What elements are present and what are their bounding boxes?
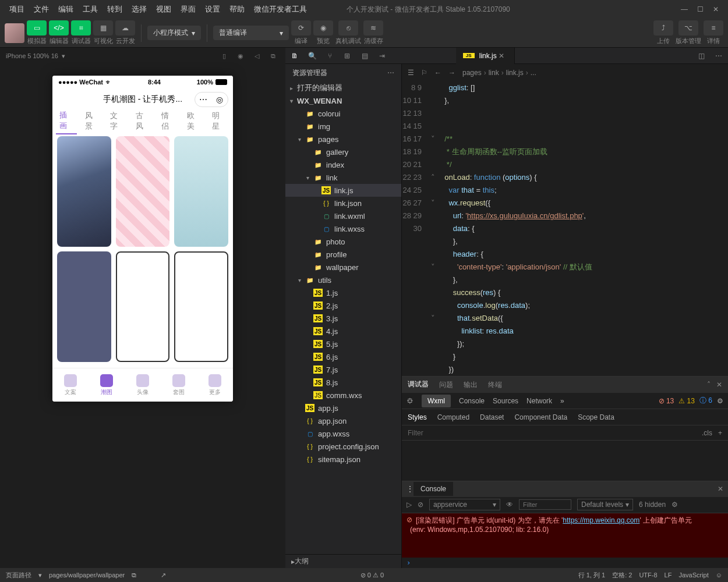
phone-tab[interactable]: 情侣 xyxy=(158,108,179,134)
wallpaper-card[interactable] xyxy=(116,136,170,247)
more-tabs-icon[interactable]: » xyxy=(560,397,564,405)
close-icon[interactable]: ✕ xyxy=(713,5,719,13)
warn-count[interactable]: ⚠ 13 xyxy=(678,397,695,405)
forward-icon[interactable]: → xyxy=(448,69,455,77)
scope-dropdown[interactable]: appservice▾ xyxy=(429,499,500,510)
preview-button[interactable]: ◉ xyxy=(313,20,333,36)
simulator-button[interactable]: ▭ xyxy=(27,20,47,36)
compile-button[interactable]: ⟳ xyxy=(291,20,311,36)
console-menu-icon[interactable]: ⋮ xyxy=(407,485,414,493)
eye-icon[interactable]: 👁 xyxy=(506,501,513,509)
sources-tab[interactable]: Sources xyxy=(493,397,518,405)
filter-input[interactable]: Filter xyxy=(408,429,423,437)
copy-icon[interactable]: ⧉ xyxy=(132,572,136,579)
details-button[interactable]: ≡ xyxy=(704,20,723,36)
db-icon[interactable]: ▤ xyxy=(359,52,370,60)
file-node[interactable]: ▢link.wxml xyxy=(285,210,401,222)
more-icon[interactable]: ⋯ xyxy=(713,52,725,60)
menu-item[interactable]: 视图 xyxy=(151,2,176,17)
file-node[interactable]: ▢link.wxss xyxy=(285,222,401,235)
project-root[interactable]: ▾WX_WENAN xyxy=(285,94,401,107)
file-node[interactable]: JS8.js xyxy=(285,376,401,389)
clear-cache-button[interactable]: ≋ xyxy=(363,20,383,36)
editor-tab[interactable]: JSlink.js✕ xyxy=(456,48,515,64)
cursor-position[interactable]: 行 1, 列 1 xyxy=(578,571,605,580)
record-icon[interactable]: ◉ xyxy=(234,52,247,60)
wallpaper-card[interactable] xyxy=(57,136,111,247)
opened-editors[interactable]: ▸打开的编辑器 xyxy=(285,81,401,94)
phone-tab[interactable]: 文字 xyxy=(107,108,128,134)
mode-dropdown[interactable]: 小程序模式▾ xyxy=(147,26,201,40)
ext-icon[interactable]: ⊞ xyxy=(341,52,353,60)
remote-debug-button[interactable]: ⎋ xyxy=(338,20,358,36)
maximize-icon[interactable]: ☐ xyxy=(697,5,704,13)
file-node[interactable]: JSlink.js xyxy=(285,184,401,197)
file-node[interactable]: 📁photo xyxy=(285,235,401,248)
close-tab-icon[interactable]: ✕ xyxy=(496,52,507,60)
file-node[interactable]: JS6.js xyxy=(285,350,401,363)
wallpaper-card[interactable] xyxy=(174,136,228,247)
debugger-tab[interactable]: 问题 xyxy=(439,380,453,390)
menu-icon[interactable]: ⋯ xyxy=(195,93,211,107)
bottom-nav-item[interactable]: 头像 xyxy=(136,374,149,396)
info-count[interactable]: ⓘ 6 xyxy=(699,396,712,406)
compile-mode-dropdown[interactable]: 普通编译▾ xyxy=(213,26,289,40)
file-node[interactable]: JS1.js xyxy=(285,286,401,299)
minimize-icon[interactable]: — xyxy=(681,5,688,13)
console-prompt[interactable]: › xyxy=(402,558,728,568)
menu-item[interactable]: 微信开发者工具 xyxy=(249,2,312,17)
menu-item[interactable]: 选择 xyxy=(127,2,151,17)
file-node[interactable]: 📁profile xyxy=(285,248,401,261)
wxml-tab[interactable]: Wxml xyxy=(422,395,451,407)
wallpaper-card[interactable] xyxy=(57,251,111,362)
file-node[interactable]: { }project.config.json xyxy=(285,440,401,453)
phone-tab[interactable]: 明星 xyxy=(208,108,229,134)
cloud-button[interactable]: ☁ xyxy=(115,20,135,36)
error-count[interactable]: ⊘ 13 xyxy=(659,397,674,405)
indent[interactable]: 空格: 2 xyxy=(612,571,632,580)
menu-item[interactable]: 工具 xyxy=(78,2,103,17)
file-node[interactable]: JScomm.wxs xyxy=(285,389,401,402)
styles-tab[interactable]: Dataset xyxy=(480,413,504,421)
bottom-nav-item[interactable]: 文案 xyxy=(64,374,77,396)
wallpaper-card[interactable] xyxy=(174,251,228,362)
clear-console-icon[interactable]: ⊘ xyxy=(418,501,423,509)
search-icon[interactable]: 🔍 xyxy=(306,52,318,60)
avatar[interactable] xyxy=(5,23,24,43)
bottom-nav-item[interactable]: 套图 xyxy=(172,374,185,396)
styles-tab[interactable]: Computed xyxy=(437,413,469,421)
menu-item[interactable]: 文件 xyxy=(29,2,54,17)
file-node[interactable]: 📁img xyxy=(285,120,401,133)
problems[interactable]: ⊘ 0 ⚠ 0 xyxy=(361,572,384,579)
target-icon[interactable]: ◎ xyxy=(211,93,228,107)
back-icon[interactable]: ← xyxy=(434,69,441,77)
files-icon[interactable]: 🗎 xyxy=(289,52,301,60)
file-node[interactable]: { }app.json xyxy=(285,414,401,427)
visual-button[interactable]: ▦ xyxy=(93,20,113,36)
inspect-icon[interactable]: ⯐ xyxy=(407,397,414,405)
console-filter-input[interactable] xyxy=(519,499,571,510)
bottom-nav-item[interactable]: 潮图 xyxy=(100,374,113,396)
gear-icon[interactable]: ⚙ xyxy=(717,397,723,405)
menu-item[interactable]: 设置 xyxy=(200,2,225,17)
debugger-tab[interactable]: 调试器 xyxy=(408,379,429,391)
debugger-tab[interactable]: 输出 xyxy=(464,380,478,390)
styles-tab[interactable]: Scope Data xyxy=(578,413,614,421)
version-button[interactable]: ⌥ xyxy=(678,20,698,36)
list-icon[interactable]: ☰ xyxy=(408,69,414,77)
console-link[interactable]: https://mp.weixin.qq.com xyxy=(563,516,639,524)
upload-button[interactable]: ⤴ xyxy=(653,20,673,36)
close-panel-icon[interactable]: ✕ xyxy=(716,381,722,389)
console-gear-icon[interactable]: ⚙ xyxy=(672,501,678,509)
page-path[interactable]: pages/wallpaper/wallpaper xyxy=(49,572,125,579)
branch-icon[interactable]: ⑂ xyxy=(324,52,335,60)
file-node[interactable]: JSapp.js xyxy=(285,402,401,414)
phone-simulator[interactable]: ●●●●● WeChatᯤ 8:44 100% 手机潮图 - 让手机秀... ⋯… xyxy=(52,76,233,402)
device-info[interactable]: iPhone 5 100% 16 xyxy=(6,52,58,59)
hidden-count[interactable]: 6 hidden xyxy=(639,501,666,509)
debugger-button[interactable]: ⌗ xyxy=(71,20,91,36)
breadcrumb[interactable]: pages›link›link.js›... xyxy=(462,69,536,77)
file-node[interactable]: 📁gallery xyxy=(285,146,401,158)
collapse-icon[interactable]: ˄ xyxy=(707,381,711,389)
clone-icon[interactable]: ⧉ xyxy=(267,52,280,60)
